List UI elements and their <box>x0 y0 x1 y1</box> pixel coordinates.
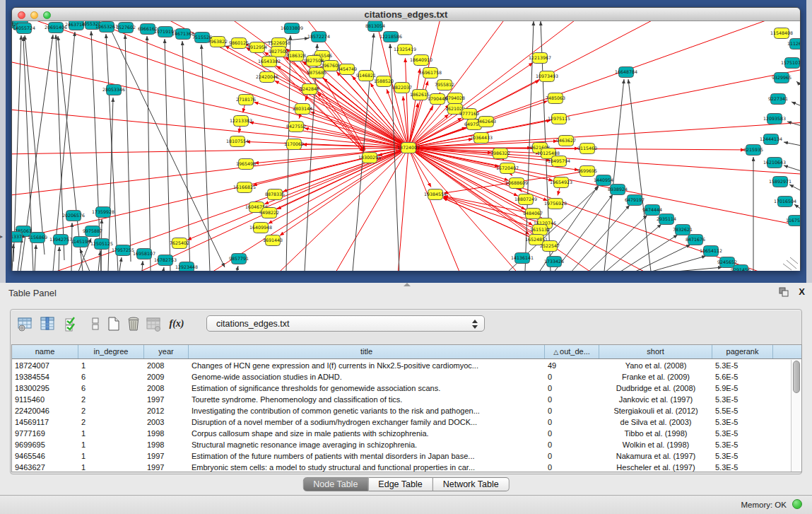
tab-network-table[interactable]: Network Table <box>433 477 510 491</box>
column-header-pagerank[interactable]: pagerank <box>712 345 773 358</box>
network-node[interactable]: 7832621 <box>673 225 693 235</box>
network-node[interactable]: 12505125 <box>90 239 113 250</box>
network-node[interactable]: 1145190 <box>71 237 90 247</box>
network-node[interactable]: 7955812 <box>435 80 454 90</box>
network-node[interactable]: 2803144 <box>293 104 312 115</box>
network-node[interactable]: 8427552 <box>286 122 306 132</box>
network-node[interactable]: 16648784 <box>615 67 637 78</box>
network-node[interactable]: 8822037 <box>392 83 412 93</box>
network-node[interactable]: 12213383 <box>230 116 252 127</box>
network-node[interactable]: 1691443 <box>263 235 283 246</box>
network-node[interactable]: 13942757 <box>49 235 72 245</box>
network-node[interactable]: 9975887 <box>83 226 102 237</box>
scrollbar-thumb[interactable] <box>793 361 800 393</box>
tab-node-table[interactable]: Node Table <box>302 477 368 491</box>
table-row[interactable]: 911546021997Tourette syndrome. Phenomeno… <box>12 394 791 405</box>
network-node[interactable]: 18572274 <box>307 32 330 42</box>
network-node[interactable]: 7515526 <box>192 33 212 43</box>
network-node[interactable]: 15892971 <box>769 177 792 187</box>
function-builder-button[interactable]: f(x) <box>165 314 189 334</box>
network-node[interactable]: 1167533 <box>786 216 800 226</box>
window-titlebar[interactable]: citations_edges.txt <box>12 8 800 21</box>
row-height-button[interactable] <box>86 314 105 334</box>
network-node[interactable]: 1112634 <box>787 39 800 49</box>
column-header-title[interactable]: title <box>189 345 545 358</box>
network-node[interactable]: 2522547 <box>540 241 560 252</box>
network-node[interactable]: 8215935 <box>743 145 763 156</box>
panel-drag-handle[interactable] <box>404 283 411 286</box>
network-node[interactable]: 9242848 <box>300 84 319 95</box>
table-row[interactable]: 2242004622012Investigating the contribut… <box>12 405 791 416</box>
network-node[interactable]: 17016504 <box>774 197 796 207</box>
network-node[interactable]: 9857791 <box>229 254 249 264</box>
network-node[interactable]: 2718176 <box>236 95 256 105</box>
network-node[interactable]: 1170062 <box>284 139 304 150</box>
delete-columns-button[interactable] <box>124 314 143 334</box>
network-node[interactable]: 2935114 <box>657 214 676 225</box>
network-node[interactable]: 9329965 <box>772 73 792 83</box>
column-header-year[interactable]: year <box>144 345 189 358</box>
network-node[interactable]: 9146821 <box>356 71 376 81</box>
network-node[interactable]: 12325419 <box>394 45 416 55</box>
new-table-button[interactable] <box>104 314 124 334</box>
network-node[interactable]: 1615132 <box>530 225 550 235</box>
network-node[interactable]: 10654112 <box>700 246 722 257</box>
network-node[interactable]: 5498222 <box>259 208 279 218</box>
network-node[interactable]: 20691406 <box>45 23 67 33</box>
network-node[interactable]: 7986322 <box>490 148 510 159</box>
table-row[interactable]: 1830029562008Estimation of significance … <box>12 382 791 394</box>
network-node[interactable]: 12923448 <box>175 262 198 271</box>
network-node[interactable]: 8813054 <box>365 21 385 32</box>
network-node[interactable]: 19654923 <box>550 177 572 188</box>
network-node[interactable]: 7485063 <box>546 93 565 104</box>
network-node[interactable]: 12444134 <box>760 134 782 145</box>
network-node[interactable]: 9827505 <box>269 47 288 57</box>
delete-table-button[interactable] <box>143 314 163 334</box>
network-node[interactable]: 1527602 <box>116 23 136 33</box>
network-node[interactable]: 14136141 <box>511 253 534 264</box>
network-node[interactable]: 8454749 <box>337 64 357 75</box>
column-header-name[interactable]: name <box>12 345 78 358</box>
network-canvas[interactable]: 1872400718300295193845547963822986012589… <box>12 21 800 271</box>
network-node[interactable]: 1733426 <box>544 257 564 267</box>
network-node[interactable]: 9484067 <box>523 209 543 219</box>
network-node[interactable]: 9474444 <box>642 205 662 216</box>
column-header-out_de[interactable]: △out_de... <box>545 345 599 358</box>
table-row[interactable]: 1938455462009Genome-wide association stu… <box>12 371 791 382</box>
network-node[interactable]: 9777169 <box>459 109 479 119</box>
network-node[interactable]: 1862615 <box>410 90 430 100</box>
network-node[interactable]: 6479197 <box>625 195 645 206</box>
network-node[interactable]: 6794028 <box>445 93 465 104</box>
network-node[interactable]: 8186328 <box>286 51 306 62</box>
network-node[interactable]: 1588520 <box>374 76 394 87</box>
network-node[interactable]: 8938924 <box>608 185 628 195</box>
network-node[interactable]: 8878335 <box>265 189 285 200</box>
column-header-in_degree[interactable]: in_degree <box>78 345 144 358</box>
network-node[interactable]: 5875685 <box>307 68 326 78</box>
select-columns-button[interactable] <box>61 314 81 334</box>
network-node[interactable]: 1965498 <box>236 159 256 170</box>
network-node[interactable]: 15751074 <box>781 58 800 69</box>
network-node[interactable]: 9463627 <box>556 136 576 146</box>
network-node[interactable]: 12975115 <box>548 114 570 124</box>
network-node[interactable]: 16958107 <box>133 249 155 259</box>
table-row[interactable]: 946362711997Embryonic stem cells: a mode… <box>12 462 791 472</box>
table-row[interactable]: 946554611997Estimation of the future num… <box>12 450 791 462</box>
table-settings-button[interactable] <box>15 314 35 334</box>
network-node[interactable]: 9115460 <box>577 144 597 154</box>
network-node[interactable]: 16961758 <box>419 68 442 78</box>
network-node[interactable]: 20206576 <box>62 211 85 221</box>
table-row[interactable]: 977716911998Corpus callosum shape and si… <box>12 428 791 439</box>
network-node[interactable]: 11548408 <box>770 28 793 39</box>
network-node[interactable]: 9699695 <box>577 166 597 177</box>
network-node[interactable]: 9790448 <box>428 94 447 105</box>
network-node[interactable]: 9291456 <box>731 265 751 271</box>
tab-edge-table[interactable]: Edge Table <box>368 477 433 491</box>
network-file-select[interactable]: citations_edges.txt <box>206 315 485 332</box>
float-panel-button[interactable] <box>779 287 789 298</box>
network-node[interactable]: 18300295 <box>358 153 381 163</box>
network-node[interactable]: 12093583 <box>763 114 786 124</box>
network-node[interactable]: 9227341 <box>768 94 788 105</box>
network-node[interactable]: 16210643 <box>763 158 786 168</box>
table-row[interactable]: 1872400712008Changes of HCN gene express… <box>12 360 791 371</box>
